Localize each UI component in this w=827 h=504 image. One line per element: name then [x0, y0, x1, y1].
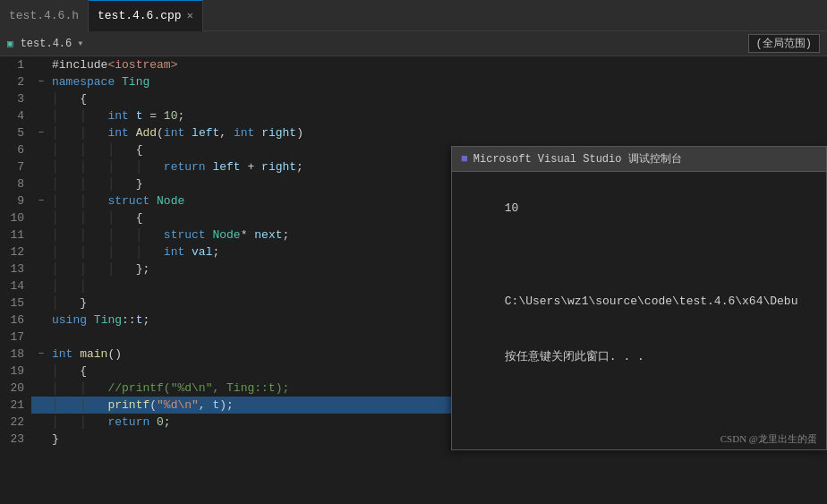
line-number-10: 10	[0, 209, 31, 226]
code-content-13: │ │ │ };	[48, 261, 149, 278]
code-content-23: }	[48, 431, 59, 448]
code-content-16: using Ting::t;	[48, 312, 149, 329]
token: left	[192, 126, 219, 140]
token: left	[212, 160, 240, 174]
collapse-gutter-9[interactable]: −	[34, 192, 48, 209]
code-line-5: 5−│ │ int Add(int left, int right)	[0, 124, 827, 141]
line-number-1: 1	[0, 56, 31, 73]
debug-output-line1: 10	[505, 201, 519, 215]
token	[184, 126, 192, 140]
scope-selector[interactable]: (全局范围)	[748, 34, 820, 53]
code-content-2: namespace Ting	[48, 73, 149, 90]
token: return	[107, 415, 149, 429]
token: printf	[107, 398, 149, 412]
indent-10: │ │ │	[52, 211, 136, 225]
code-content-9: │ │ struct Node	[48, 192, 184, 209]
tab-cpp[interactable]: test.4.6.cpp ✕	[89, 0, 203, 31]
token: right	[261, 126, 296, 140]
token: 10	[164, 109, 178, 123]
indent-7: │ │ │ │	[52, 160, 164, 174]
debug-output-line3: C:\Users\wz1\source\code\test.4.6\x64\De…	[505, 295, 798, 308]
token: using	[52, 313, 87, 327]
token: Node	[212, 228, 240, 242]
indent-14: │ │	[52, 279, 107, 293]
token: +	[241, 160, 261, 174]
debug-output-line4: 按任意键关闭此窗口. . .	[505, 350, 644, 363]
code-line-2: 2−namespace Ting	[0, 73, 827, 90]
collapse-gutter-2[interactable]: −	[34, 73, 48, 90]
token: main	[80, 347, 107, 361]
close-tab-button[interactable]: ✕	[187, 9, 193, 22]
token: ,	[219, 126, 234, 140]
code-content-3: │ {	[48, 90, 87, 107]
token: namespace	[52, 75, 115, 89]
token: Ting	[94, 313, 122, 327]
token: ;	[283, 228, 290, 242]
token: next	[254, 228, 282, 242]
tab-h[interactable]: test.4.6.h	[0, 0, 89, 31]
code-line-3: 3│ {	[0, 90, 827, 107]
token: Ting	[122, 75, 149, 89]
token: }	[136, 177, 143, 191]
token: {	[136, 211, 143, 225]
line-number-2: 2	[0, 73, 31, 90]
indent-12: │ │ │ │	[52, 245, 164, 259]
project-icon: ▣	[7, 38, 13, 49]
token: }	[52, 432, 59, 446]
token: right	[261, 160, 296, 174]
token: return	[164, 160, 206, 174]
breadcrumb-dropdown-arrow[interactable]: ▾	[77, 37, 83, 50]
token: val	[192, 245, 212, 259]
token	[129, 109, 136, 123]
token: )	[296, 126, 303, 140]
code-content-18: int main()	[48, 346, 122, 363]
line-number-9: 9	[0, 192, 31, 209]
token	[184, 245, 192, 259]
token: ;	[142, 313, 149, 327]
indent-19: │	[52, 364, 80, 378]
tab-bar: test.4.6.h test.4.6.cpp ✕	[0, 0, 827, 31]
token: };	[136, 262, 150, 276]
line-number-21: 21	[0, 397, 31, 414]
code-content-7: │ │ │ │ return left + right;	[48, 158, 303, 175]
indent-22: │ │	[52, 415, 107, 429]
line-number-20: 20	[0, 380, 31, 397]
line-number-23: 23	[0, 431, 31, 448]
code-content-4: │ │ int t = 10;	[48, 107, 184, 124]
token: int	[107, 126, 128, 140]
breadcrumb-bar: ▣ test.4.6 ▾ (全局范围)	[0, 31, 827, 56]
token: ;	[212, 245, 219, 259]
code-content-1: #include<iostream>	[48, 56, 177, 73]
line-number-4: 4	[0, 107, 31, 124]
token: struct	[164, 228, 206, 242]
debug-body: 10 C:\Users\wz1\source\code\test.4.6\x64…	[452, 172, 826, 429]
indent-11: │ │ │ │	[52, 228, 164, 242]
token: *	[241, 228, 255, 242]
collapse-gutter-5[interactable]: −	[34, 124, 48, 141]
token: ,	[199, 398, 213, 412]
token: ;	[177, 109, 184, 123]
line-number-8: 8	[0, 175, 31, 192]
token: {	[80, 92, 87, 106]
line-number-15: 15	[0, 295, 31, 312]
line-number-19: 19	[0, 363, 31, 380]
vs-icon: ■	[461, 152, 468, 166]
indent-4: │ │	[52, 109, 107, 123]
line-number-5: 5	[0, 124, 31, 141]
code-content-12: │ │ │ │ int val;	[48, 243, 219, 261]
token: <iostream>	[107, 58, 177, 72]
breadcrumb-project[interactable]: test.4.6	[21, 38, 72, 50]
indent-6: │ │ │	[52, 143, 136, 157]
token: (	[149, 398, 157, 412]
code-content-5: │ │ int Add(int left, int right)	[48, 124, 303, 141]
collapse-gutter-18[interactable]: −	[34, 346, 48, 363]
indent-15: │	[52, 296, 80, 310]
token: int	[164, 245, 184, 259]
token: //printf("%d\n", Ting::t);	[107, 381, 289, 395]
token	[254, 126, 261, 140]
token: ()	[107, 347, 122, 361]
tab-h-label: test.4.6.h	[9, 9, 79, 22]
token: ::	[122, 313, 136, 327]
token: int	[52, 347, 72, 361]
debug-console-title: Microsoft Visual Studio 调试控制台	[473, 151, 682, 167]
